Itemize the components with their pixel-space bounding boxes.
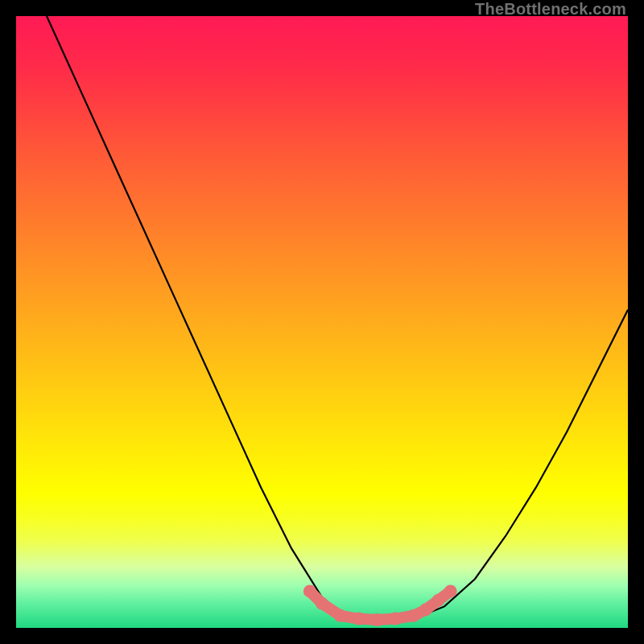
highlight-dot [389, 613, 402, 625]
highlight-dot [407, 609, 420, 622]
highlight-dot [334, 609, 347, 622]
highlight-dot [419, 603, 432, 616]
chart-svg [16, 16, 628, 628]
highlight-dot [431, 594, 444, 607]
watermark-text: TheBottleneck.com [475, 0, 626, 19]
highlight-dot [444, 584, 457, 597]
curve-layer [47, 16, 628, 621]
highlight-dot [353, 613, 365, 625]
bottleneck-curve [47, 16, 628, 621]
dots-layer [303, 584, 457, 626]
highlight-dot [303, 584, 316, 597]
highlight-dot [316, 597, 328, 610]
highlight-dot [370, 613, 383, 626]
chart-frame: TheBottleneck.com [0, 0, 644, 644]
